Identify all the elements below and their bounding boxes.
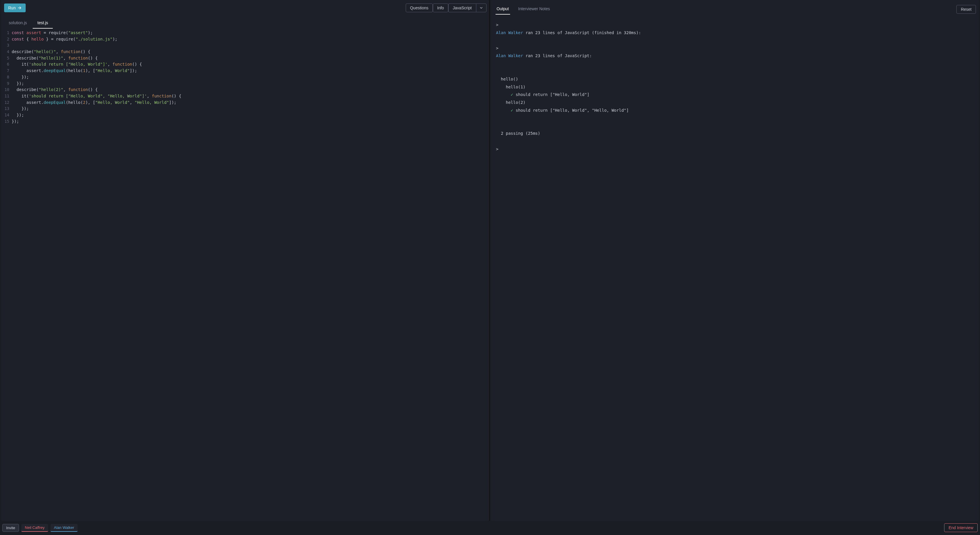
code-line: 4describe("hello()", function() {: [1, 49, 489, 55]
code-content: it('should return ["Hello, World", "Hell…: [12, 93, 489, 99]
code-line: 14 });: [1, 112, 489, 118]
output-runner-name: Alan Walker: [496, 30, 523, 35]
code-content: [12, 42, 489, 49]
code-content: const assert = require("assert");: [12, 30, 489, 36]
line-number: 10: [1, 87, 12, 93]
language-select-group: JavaScript: [448, 3, 486, 12]
code-content: assert.deepEqual(hello(1), ["Hello, Worl…: [12, 68, 489, 74]
code-line: 10 describe("hello(2)", function() {: [1, 87, 489, 93]
code-content: it('should return ["Hello, World"]', fun…: [12, 61, 489, 68]
output-prompt: >: [496, 147, 498, 151]
run-label: Run: [8, 6, 16, 10]
output-test: should return ["Hello, World"]: [513, 92, 589, 97]
code-line: 11 it('should return ["Hello, World", "H…: [1, 93, 489, 99]
code-content: const { hello } = require("./solution.js…: [12, 36, 489, 43]
code-line: 8 });: [1, 74, 489, 81]
tab-interviewer-notes[interactable]: Interviewer Notes: [517, 4, 551, 14]
code-line: 13 });: [1, 106, 489, 112]
code-content: });: [12, 118, 489, 125]
reset-button[interactable]: Reset: [956, 5, 976, 14]
line-number: 6: [1, 61, 12, 68]
code-content: describe("hello(1)", function() {: [12, 55, 489, 62]
output-toolbar: Output Interviewer Notes Reset: [491, 0, 979, 16]
output-prompt: >: [496, 46, 498, 51]
tab-output[interactable]: Output: [496, 4, 510, 14]
language-button[interactable]: JavaScript: [448, 3, 476, 12]
file-tab-test[interactable]: test.js: [33, 18, 53, 29]
bottom-bar: Invite Neil Caffrey Alan Walker End Inte…: [0, 521, 980, 535]
end-interview-button[interactable]: End Interview: [944, 523, 978, 532]
code-line: 3: [1, 42, 489, 49]
code-line: 9 });: [1, 81, 489, 87]
code-content: describe("hello()", function() {: [12, 49, 489, 55]
editor-pane: Run Questions Info JavaScript solution.j…: [1, 0, 490, 521]
output-suite: hello(1): [496, 84, 526, 89]
check-icon: ✓: [511, 108, 513, 113]
code-content: });: [12, 81, 489, 87]
line-number: 1: [1, 30, 12, 36]
code-line: 2const { hello } = require("./solution.j…: [1, 36, 489, 43]
output-console[interactable]: > Alan Walker ran 23 lines of JavaScript…: [491, 16, 979, 521]
invite-button[interactable]: Invite: [2, 524, 19, 532]
line-number: 9: [1, 81, 12, 87]
line-number: 4: [1, 49, 12, 55]
code-line: 12 assert.deepEqual(hello(2), ["Hello, W…: [1, 99, 489, 106]
line-number: 15: [1, 118, 12, 125]
code-line: 15});: [1, 118, 489, 125]
output-prompt: >: [496, 22, 498, 27]
code-line: 1const assert = require("assert");: [1, 30, 489, 36]
code-content: });: [12, 112, 489, 118]
output-summary: 2 passing (25ms): [496, 131, 541, 135]
line-number: 5: [1, 55, 12, 62]
code-editor[interactable]: 1const assert = require("assert");2const…: [1, 29, 489, 521]
output-runner-name: Alan Walker: [496, 53, 523, 58]
output-text: ran 23 lines of JavaScript:: [523, 53, 592, 58]
participant-chip-alan[interactable]: Alan Walker: [51, 524, 78, 532]
info-button[interactable]: Info: [433, 3, 448, 12]
language-dropdown-button[interactable]: [476, 3, 487, 12]
code-line: 7 assert.deepEqual(hello(1), ["Hello, Wo…: [1, 68, 489, 74]
check-icon: ✓: [511, 92, 513, 97]
line-number: 3: [1, 42, 12, 49]
line-number: 14: [1, 112, 12, 118]
output-suite: hello(): [496, 77, 518, 81]
editor-toolbar: Run Questions Info JavaScript: [1, 0, 489, 16]
participant-chip-neil[interactable]: Neil Caffrey: [21, 524, 48, 532]
code-content: describe("hello(2)", function() {: [12, 87, 489, 93]
chevron-down-icon: [479, 6, 483, 10]
line-number: 12: [1, 99, 12, 106]
output-pane: Output Interviewer Notes Reset > Alan Wa…: [491, 0, 979, 521]
arrow-right-icon: [18, 6, 22, 10]
questions-button[interactable]: Questions: [406, 3, 433, 12]
code-line: 6 it('should return ["Hello, World"]', f…: [1, 61, 489, 68]
code-content: });: [12, 74, 489, 81]
output-test: should return ["Hello, World", "Hello, W…: [513, 108, 629, 113]
code-content: });: [12, 106, 489, 112]
output-suite: hello(2): [496, 100, 526, 105]
line-number: 8: [1, 74, 12, 81]
output-text: ran 23 lines of JavaScript (finished in …: [523, 30, 641, 35]
run-button[interactable]: Run: [4, 3, 25, 12]
file-tabs: solution.js test.js: [1, 18, 489, 29]
line-number: 13: [1, 106, 12, 112]
code-line: 5 describe("hello(1)", function() {: [1, 55, 489, 62]
line-number: 7: [1, 68, 12, 74]
line-number: 2: [1, 36, 12, 43]
line-number: 11: [1, 93, 12, 99]
code-content: assert.deepEqual(hello(2), ["Hello, Worl…: [12, 99, 489, 106]
file-tab-solution[interactable]: solution.js: [4, 18, 32, 29]
